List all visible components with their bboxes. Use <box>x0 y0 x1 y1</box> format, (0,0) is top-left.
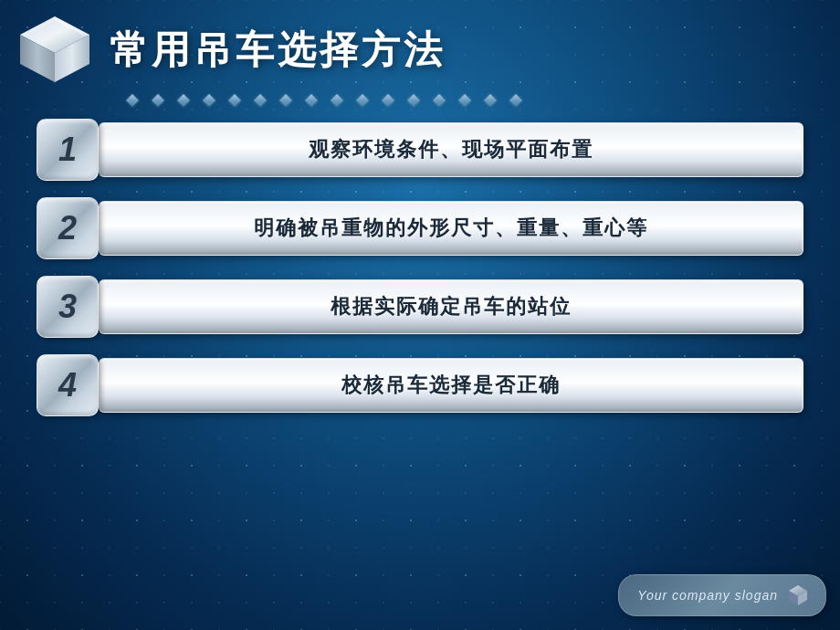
step-text-1: 观察环境条件、现场平面布置 <box>309 136 593 163</box>
decorator-diamond <box>509 94 522 107</box>
decorator-diamond <box>254 94 267 107</box>
step-bar-4: 校核吊车选择是否正确 <box>99 358 803 413</box>
decorator-diamond <box>407 94 420 107</box>
decorator-diamond <box>458 94 471 107</box>
steps-container: 1观察环境条件、现场平面布置2明确被吊重物的外形尺寸、重量、重心等3根据实际确定… <box>0 114 840 421</box>
decorator-diamond <box>126 94 139 107</box>
step-bar-1: 观察环境条件、现场平面布置 <box>99 122 803 177</box>
step-bar-3: 根据实际确定吊车的站位 <box>99 279 803 334</box>
step-item: 3根据实际确定吊车的站位 <box>37 276 803 338</box>
decorator-diamond <box>177 94 190 107</box>
decorator-diamond <box>279 94 292 107</box>
header: 常用吊车选择方法 <box>0 0 840 96</box>
step-number-2: 2 <box>37 197 99 259</box>
decorator-diamond <box>331 94 343 107</box>
step-text-4: 校核吊车选择是否正确 <box>341 372 561 399</box>
decorator-diamond <box>433 94 446 107</box>
slogan-icon <box>785 583 811 608</box>
step-item: 1观察环境条件、现场平面布置 <box>37 119 803 181</box>
decorator-diamond <box>484 94 497 107</box>
decorator-diamond <box>228 94 241 107</box>
step-item: 4校核吊车选择是否正确 <box>37 354 803 416</box>
step-number-3: 3 <box>37 276 99 338</box>
decorators-row <box>0 96 840 105</box>
slogan-text: Your company slogan <box>637 588 778 603</box>
decorator-diamond <box>152 94 164 107</box>
step-bar-2: 明确被吊重物的外形尺寸、重量、重心等 <box>99 201 803 256</box>
step-number-1: 1 <box>37 119 99 181</box>
step-text-3: 根据实际确定吊车的站位 <box>331 293 572 320</box>
page-title: 常用吊车选择方法 <box>110 25 446 76</box>
decorator-diamond <box>305 94 318 107</box>
decorator-diamond <box>382 94 394 107</box>
decorator-diamond <box>356 94 369 107</box>
step-text-2: 明确被吊重物的外形尺寸、重量、重心等 <box>254 215 648 242</box>
logo-icon <box>9 9 100 91</box>
decorator-diamond <box>203 94 215 107</box>
slogan-area: Your company slogan <box>618 574 826 616</box>
step-number-4: 4 <box>37 354 99 416</box>
step-item: 2明确被吊重物的外形尺寸、重量、重心等 <box>37 197 803 259</box>
